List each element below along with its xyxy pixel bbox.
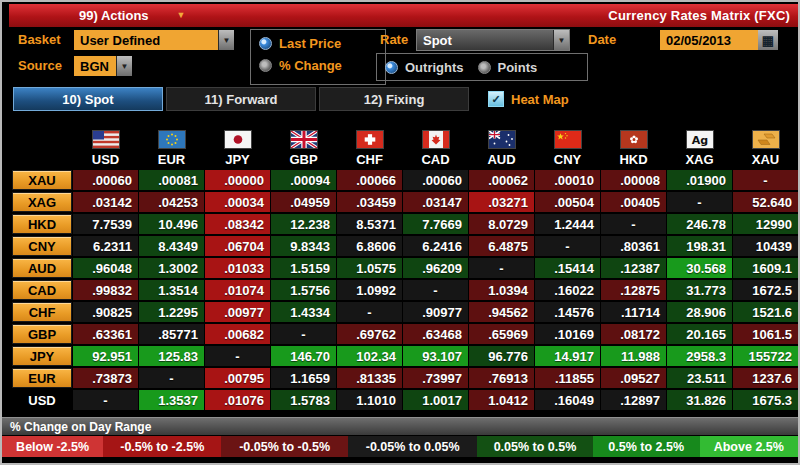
rate-cell-jpy-hkd[interactable]: 11.988 — [601, 346, 666, 366]
rate-cell-usd-xau[interactable]: 1675.3 — [733, 390, 798, 410]
calendar-icon[interactable]: ▦ — [758, 30, 778, 50]
rate-cell-cny-eur[interactable]: 8.4349 — [139, 236, 204, 256]
rate-cell-usd-xag[interactable]: 31.826 — [667, 390, 732, 410]
rate-cell-aud-cad[interactable]: .96209 — [403, 258, 468, 278]
row-header-cny[interactable]: CNY — [12, 236, 72, 256]
rate-cell-hkd-hkd[interactable]: - — [601, 214, 666, 234]
rate-cell-cny-cny[interactable]: - — [535, 236, 600, 256]
rate-cell-xag-eur[interactable]: .04253 — [139, 192, 204, 212]
rate-cell-xag-jpy[interactable]: .00034 — [205, 192, 270, 212]
column-header-xag[interactable]: AgXAG — [667, 117, 732, 167]
rate-cell-cny-hkd[interactable]: .80361 — [601, 236, 666, 256]
rate-cell-eur-xag[interactable]: 23.511 — [667, 368, 732, 388]
rate-cell-xau-gbp[interactable]: .00094 — [271, 170, 336, 190]
radio-last-price[interactable]: Last Price — [259, 32, 377, 54]
rate-cell-hkd-chf[interactable]: 8.5371 — [337, 214, 402, 234]
rate-cell-hkd-cad[interactable]: 7.7669 — [403, 214, 468, 234]
rate-cell-eur-cny[interactable]: .11855 — [535, 368, 600, 388]
date-input[interactable]: 02/05/2013 — [660, 30, 766, 50]
rate-cell-cad-xag[interactable]: 31.773 — [667, 280, 732, 300]
column-header-chf[interactable]: CHF — [337, 117, 402, 167]
row-header-eur[interactable]: EUR — [12, 368, 72, 388]
column-header-aud[interactable]: AUD — [469, 117, 534, 167]
row-header-jpy[interactable]: JPY — [12, 346, 72, 366]
rate-cell-cad-cad[interactable]: - — [403, 280, 468, 300]
rate-cell-cad-aud[interactable]: 1.0394 — [469, 280, 534, 300]
rate-cell-xag-xag[interactable]: - — [667, 192, 732, 212]
heat-map-toggle[interactable]: ✓ Heat Map — [488, 87, 569, 111]
radio-selected-icon[interactable] — [259, 37, 272, 50]
radio-unselected-icon[interactable] — [259, 59, 272, 72]
rate-cell-hkd-gbp[interactable]: 12.238 — [271, 214, 336, 234]
rate-cell-usd-jpy[interactable]: .01076 — [205, 390, 270, 410]
rate-cell-usd-usd[interactable]: - — [73, 390, 138, 410]
rate-cell-jpy-xau[interactable]: 155722 — [733, 346, 798, 366]
rate-cell-aud-cny[interactable]: .15414 — [535, 258, 600, 278]
rate-cell-chf-jpy[interactable]: .00977 — [205, 302, 270, 322]
radio-points[interactable]: Points — [478, 56, 538, 78]
column-header-hkd[interactable]: HKD — [601, 117, 666, 167]
rate-cell-xag-aud[interactable]: .03271 — [469, 192, 534, 212]
rate-cell-hkd-aud[interactable]: 8.0729 — [469, 214, 534, 234]
rate-cell-xag-cad[interactable]: .03147 — [403, 192, 468, 212]
rate-cell-gbp-usd[interactable]: .63361 — [73, 324, 138, 344]
rate-cell-xau-aud[interactable]: .00062 — [469, 170, 534, 190]
column-header-usd[interactable]: USD — [73, 117, 138, 167]
rate-cell-hkd-cny[interactable]: 1.2444 — [535, 214, 600, 234]
rate-cell-cny-chf[interactable]: 6.8606 — [337, 236, 402, 256]
rate-cell-chf-cad[interactable]: .90977 — [403, 302, 468, 322]
tab-forward[interactable]: 11) Forward — [166, 87, 316, 111]
rate-cell-cad-xau[interactable]: 1672.5 — [733, 280, 798, 300]
rate-cell-cny-xau[interactable]: 10439 — [733, 236, 798, 256]
rate-cell-xag-chf[interactable]: .03459 — [337, 192, 402, 212]
rate-cell-gbp-chf[interactable]: .69762 — [337, 324, 402, 344]
rate-select[interactable]: Spot ▼ — [416, 29, 570, 51]
rate-cell-aud-jpy[interactable]: .01033 — [205, 258, 270, 278]
column-header-jpy[interactable]: JPY — [205, 117, 270, 167]
rate-cell-aud-chf[interactable]: 1.0575 — [337, 258, 402, 278]
rate-cell-cad-eur[interactable]: 1.3514 — [139, 280, 204, 300]
rate-cell-aud-hkd[interactable]: .12387 — [601, 258, 666, 278]
column-header-gbp[interactable]: GBP — [271, 117, 336, 167]
rate-cell-usd-hkd[interactable]: .12897 — [601, 390, 666, 410]
radio-percent-change[interactable]: % Change — [259, 54, 377, 76]
rate-cell-xau-xag[interactable]: .01900 — [667, 170, 732, 190]
rate-cell-eur-chf[interactable]: .81335 — [337, 368, 402, 388]
rate-cell-aud-usd[interactable]: .96048 — [73, 258, 138, 278]
rate-cell-chf-hkd[interactable]: .11714 — [601, 302, 666, 322]
rate-cell-xau-eur[interactable]: .00081 — [139, 170, 204, 190]
tab-fixing[interactable]: 12) Fixing — [319, 87, 469, 111]
rate-cell-xag-usd[interactable]: .03142 — [73, 192, 138, 212]
rate-cell-chf-xag[interactable]: 28.906 — [667, 302, 732, 322]
rate-cell-usd-gbp[interactable]: 1.5783 — [271, 390, 336, 410]
rate-cell-xag-gbp[interactable]: .04959 — [271, 192, 336, 212]
column-header-cad[interactable]: CAD — [403, 117, 468, 167]
rate-cell-xau-cny[interactable]: .00010 — [535, 170, 600, 190]
rate-cell-jpy-cny[interactable]: 14.917 — [535, 346, 600, 366]
rate-cell-cny-jpy[interactable]: .06704 — [205, 236, 270, 256]
rate-cell-cny-gbp[interactable]: 9.8343 — [271, 236, 336, 256]
rate-cell-eur-hkd[interactable]: .09527 — [601, 368, 666, 388]
rate-cell-eur-jpy[interactable]: .00795 — [205, 368, 270, 388]
rate-cell-chf-cny[interactable]: .14576 — [535, 302, 600, 322]
rate-cell-gbp-xag[interactable]: 20.165 — [667, 324, 732, 344]
rate-cell-jpy-cad[interactable]: 93.107 — [403, 346, 468, 366]
row-header-aud[interactable]: AUD — [12, 258, 72, 278]
rate-cell-chf-eur[interactable]: 1.2295 — [139, 302, 204, 322]
rate-cell-chf-gbp[interactable]: 1.4334 — [271, 302, 336, 322]
rate-cell-xau-jpy[interactable]: .00000 — [205, 170, 270, 190]
rate-cell-usd-cad[interactable]: 1.0017 — [403, 390, 468, 410]
radio-outrights[interactable]: Outrights — [385, 56, 464, 78]
rate-cell-gbp-xau[interactable]: 1061.5 — [733, 324, 798, 344]
rate-cell-jpy-chf[interactable]: 102.34 — [337, 346, 402, 366]
rate-cell-gbp-gbp[interactable]: - — [271, 324, 336, 344]
rate-cell-jpy-xag[interactable]: 2958.3 — [667, 346, 732, 366]
rate-cell-aud-xag[interactable]: 30.568 — [667, 258, 732, 278]
rate-cell-cad-cny[interactable]: .16022 — [535, 280, 600, 300]
rate-cell-hkd-xau[interactable]: 12990 — [733, 214, 798, 234]
rate-cell-usd-aud[interactable]: 1.0412 — [469, 390, 534, 410]
actions-menu[interactable]: 99) Actions ▼ — [79, 8, 186, 23]
tab-spot[interactable]: 10) Spot — [13, 87, 163, 111]
rate-cell-aud-xau[interactable]: 1609.1 — [733, 258, 798, 278]
row-header-hkd[interactable]: HKD — [12, 214, 72, 234]
